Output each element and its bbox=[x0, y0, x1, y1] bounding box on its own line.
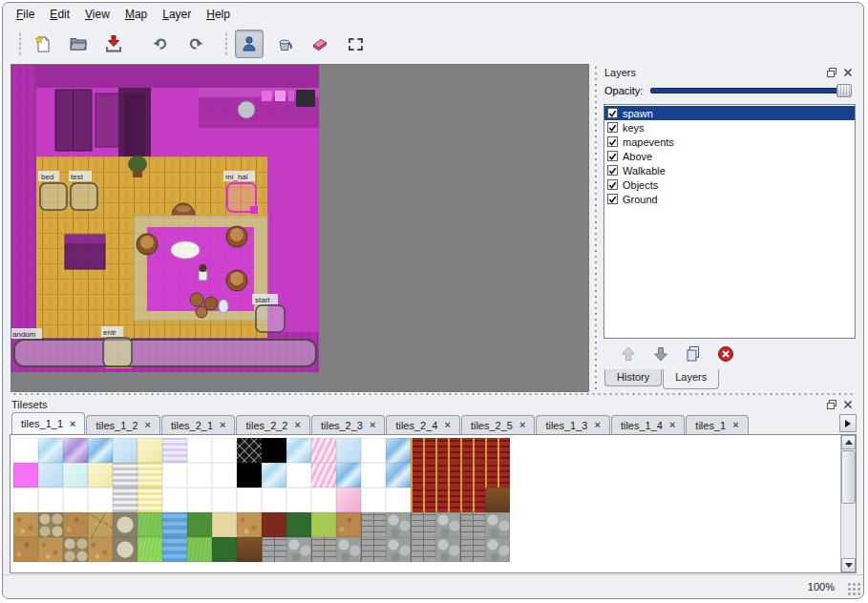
tile-water[interactable] bbox=[336, 463, 361, 488]
layer-row-ground[interactable]: Ground bbox=[604, 192, 855, 206]
tilesets-close-button[interactable] bbox=[841, 398, 855, 411]
tileset-tab-tiles_1_5[interactable]: tiles_1 × bbox=[686, 415, 748, 434]
tile-white[interactable] bbox=[88, 488, 113, 512]
tab-close-icon[interactable]: × bbox=[594, 420, 600, 430]
menu-help[interactable]: Help bbox=[199, 5, 238, 24]
tile-white[interactable] bbox=[38, 488, 63, 512]
save-button[interactable] bbox=[99, 30, 128, 58]
menu-layer[interactable]: Layer bbox=[155, 5, 199, 24]
tile-graybrick[interactable] bbox=[411, 537, 435, 562]
tile-white[interactable] bbox=[286, 463, 311, 488]
tile-white[interactable] bbox=[162, 488, 187, 512]
menu-file[interactable]: File bbox=[9, 5, 42, 24]
tile-water2[interactable] bbox=[162, 537, 187, 562]
tile-white[interactable] bbox=[262, 488, 286, 512]
tab-close-icon[interactable]: × bbox=[444, 420, 450, 430]
open-button[interactable] bbox=[64, 30, 93, 58]
tile-white[interactable] bbox=[212, 488, 237, 512]
tile-paleblue[interactable] bbox=[113, 438, 138, 463]
layer-row-spawn[interactable]: spawn bbox=[604, 106, 855, 120]
layer-visibility-checkbox[interactable] bbox=[607, 165, 618, 176]
delete-layer-button[interactable] bbox=[715, 343, 736, 364]
tile-graybrick[interactable] bbox=[361, 512, 386, 537]
object-test[interactable] bbox=[71, 183, 97, 210]
tileset-tab-tiles_1_4[interactable]: tiles_1_4 × bbox=[611, 415, 685, 434]
tile-black[interactable] bbox=[262, 438, 286, 463]
tile-graybrick[interactable] bbox=[460, 512, 485, 537]
tile-white[interactable] bbox=[361, 488, 386, 512]
tile-dirt2[interactable] bbox=[13, 537, 38, 562]
object-entr[interactable] bbox=[103, 338, 132, 366]
menu-map[interactable]: Map bbox=[117, 5, 155, 24]
tile-brown[interactable] bbox=[485, 488, 510, 512]
tile-water[interactable] bbox=[386, 463, 411, 488]
tile-graystripe[interactable] bbox=[113, 488, 138, 512]
tile-paleyellow[interactable] bbox=[88, 463, 113, 488]
tilesets-float-button[interactable] bbox=[825, 398, 838, 411]
tile-ice[interactable] bbox=[262, 463, 286, 488]
object-start[interactable] bbox=[256, 305, 285, 332]
tile-grass[interactable] bbox=[187, 537, 212, 562]
tile-white[interactable] bbox=[386, 488, 411, 512]
tile-graystone[interactable] bbox=[435, 537, 460, 562]
tile-pinkstripe[interactable] bbox=[311, 438, 336, 463]
tile-cobble[interactable] bbox=[63, 537, 88, 562]
toolbar-handle[interactable] bbox=[16, 31, 23, 56]
tileset-tab-tiles_1_3[interactable]: tiles_1_3 × bbox=[536, 415, 609, 434]
tab-close-icon[interactable]: × bbox=[370, 420, 375, 430]
tile-yellowstripe[interactable] bbox=[138, 463, 162, 488]
tile-white[interactable] bbox=[361, 438, 386, 463]
tile-grass[interactable] bbox=[138, 512, 162, 537]
tab-close-icon[interactable]: × bbox=[732, 420, 738, 430]
tile-graybrick[interactable] bbox=[460, 537, 485, 562]
tile-graystone[interactable] bbox=[386, 512, 411, 537]
tile-redbrick[interactable] bbox=[411, 463, 435, 488]
tile-white[interactable] bbox=[187, 463, 212, 488]
tab-layers[interactable]: Layers bbox=[663, 369, 719, 389]
tile-redbrick[interactable] bbox=[411, 488, 435, 512]
layers-float-button[interactable] bbox=[825, 66, 838, 79]
tileset-tab-tiles_2_4[interactable]: tiles_2_4 × bbox=[386, 415, 459, 434]
tile-white[interactable] bbox=[13, 438, 38, 463]
tile-lavstripe[interactable] bbox=[162, 438, 187, 463]
tile-graystripe[interactable] bbox=[113, 463, 138, 488]
tile-white[interactable] bbox=[187, 438, 212, 463]
stamp-tool-button[interactable] bbox=[235, 30, 264, 58]
tile-darkgreen[interactable] bbox=[212, 537, 237, 562]
tile-darkgreen[interactable] bbox=[286, 512, 311, 537]
tile-white[interactable] bbox=[311, 488, 336, 512]
tile-graystone[interactable] bbox=[435, 512, 460, 537]
new-file-button[interactable] bbox=[29, 30, 57, 58]
tab-close-icon[interactable]: × bbox=[145, 420, 151, 430]
tile-brightgrass[interactable] bbox=[138, 537, 162, 562]
tile-magenta[interactable] bbox=[13, 463, 38, 488]
tile-white[interactable] bbox=[237, 488, 262, 512]
layers-close-button[interactable] bbox=[841, 66, 855, 79]
layer-visibility-checkbox[interactable] bbox=[607, 179, 618, 190]
tile-redbrick[interactable] bbox=[435, 438, 460, 463]
resize-grip[interactable] bbox=[847, 582, 860, 595]
tile-redbrick[interactable] bbox=[435, 463, 460, 488]
tile-dirt2[interactable] bbox=[336, 512, 361, 537]
toolbar-handle-2[interactable] bbox=[222, 31, 229, 56]
object-selection-handle[interactable] bbox=[250, 206, 258, 214]
layer-row-walkable[interactable]: Walkable bbox=[604, 163, 855, 177]
tile-pink[interactable] bbox=[336, 488, 361, 512]
tile-graybrick[interactable] bbox=[361, 537, 386, 562]
tile-palecyan[interactable] bbox=[63, 463, 88, 488]
tile-brown[interactable] bbox=[237, 537, 262, 562]
layer-visibility-checkbox[interactable] bbox=[607, 108, 618, 118]
tile-graystone[interactable] bbox=[485, 537, 510, 562]
tile-darkred[interactable] bbox=[262, 512, 286, 537]
tile-graybrick[interactable] bbox=[262, 537, 286, 562]
tile-cobble[interactable] bbox=[38, 512, 63, 537]
scroll-up-button[interactable] bbox=[841, 435, 856, 449]
map-canvas[interactable]: bed test mi_hal start andom entr bbox=[11, 64, 589, 392]
tile-white[interactable] bbox=[162, 463, 187, 488]
rect-select-button[interactable] bbox=[341, 30, 370, 58]
tile-redbrick[interactable] bbox=[460, 438, 485, 463]
tile-pinkstripe[interactable] bbox=[311, 463, 336, 488]
eraser-button[interactable] bbox=[306, 30, 334, 58]
tile-graybrick[interactable] bbox=[311, 537, 336, 562]
tile-dirt[interactable] bbox=[237, 512, 262, 537]
